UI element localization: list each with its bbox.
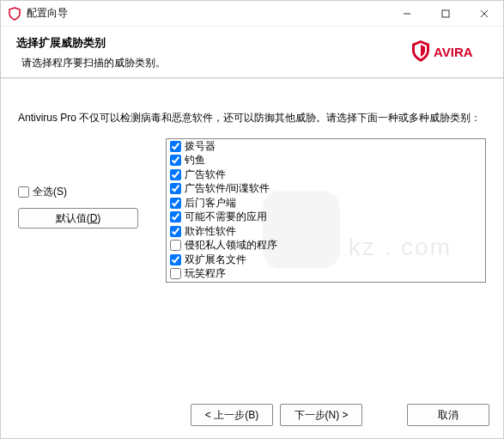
window-controls: [387, 1, 503, 27]
back-button[interactable]: < 上一步(B): [191, 404, 273, 426]
threat-item[interactable]: 后门客户端: [167, 196, 485, 210]
cancel-button[interactable]: 取消: [407, 404, 489, 426]
wizard-header: 选择扩展威胁类别 请选择程序要扫描的威胁类别。 AVIRA: [1, 27, 503, 77]
threat-item[interactable]: 玩笑程序: [167, 267, 485, 282]
threat-item-checkbox[interactable]: [170, 240, 181, 251]
svg-rect-1: [442, 10, 449, 17]
threat-item-label: 玩笑程序: [185, 266, 226, 281]
threat-item-checkbox[interactable]: [170, 211, 181, 223]
threat-item-label: 可能不需要的应用: [185, 210, 267, 224]
avira-logo: AVIRA: [410, 39, 488, 67]
select-all-checkbox[interactable]: 全选(S): [18, 185, 152, 199]
threat-item-label: 欺诈性软件: [185, 224, 236, 239]
threat-item-checkbox[interactable]: [170, 268, 181, 279]
app-icon: [8, 7, 21, 21]
threat-item-label: 侵犯私人领域的程序: [185, 238, 277, 253]
select-all-label: 全选(S): [33, 185, 67, 199]
threat-category-list[interactable]: 拨号器钓鱼广告软件广告软件/间谍软件后门客户端可能不需要的应用欺诈性软件侵犯私人…: [166, 138, 486, 283]
threat-item[interactable]: 侵犯私人领域的程序: [167, 239, 485, 253]
threat-item[interactable]: 双扩展名文件: [167, 253, 485, 267]
threat-item[interactable]: 钓鱼: [167, 154, 485, 168]
threat-item-checkbox[interactable]: [170, 226, 181, 237]
threat-item[interactable]: 欺诈性软件: [167, 224, 485, 239]
maximize-button[interactable]: [426, 1, 465, 27]
threat-item-checkbox[interactable]: [170, 155, 181, 166]
svg-text:AVIRA: AVIRA: [434, 45, 473, 59]
threat-item-checkbox[interactable]: [170, 198, 181, 209]
wizard-footer: < 上一步(B) 下一步(N) > 取消: [1, 392, 503, 438]
threat-item[interactable]: 广告软件/间谍软件: [167, 182, 485, 197]
select-all-input[interactable]: [18, 186, 29, 198]
intro-text: Antivirus Pro 不仅可以检测病毒和恶意软件，还可以防御其他威胁。请选…: [18, 110, 486, 126]
close-button[interactable]: [465, 1, 503, 27]
threat-item-label: 拨号器: [185, 139, 216, 154]
threat-item[interactable]: 可能不需要的应用: [167, 210, 485, 225]
wizard-content: kz . com Antivirus Pro 不仅可以检测病毒和恶意软件，还可以…: [1, 79, 503, 392]
threat-item-checkbox[interactable]: [170, 183, 181, 194]
next-button[interactable]: 下一步(N) >: [280, 404, 362, 426]
threat-item-label: 双扩展名文件: [185, 253, 246, 267]
window-title: 配置向导: [27, 6, 387, 21]
threat-item-label: 广告软件/间谍软件: [185, 181, 270, 196]
left-controls: 全选(S) 默认值(D): [18, 138, 152, 283]
titlebar: 配置向导: [1, 1, 503, 27]
threat-item[interactable]: 广告软件: [167, 168, 485, 182]
page-subtitle: 请选择程序要扫描的威胁类别。: [21, 56, 410, 70]
minimize-button[interactable]: [387, 1, 426, 27]
threat-item[interactable]: 拨号器: [167, 139, 485, 154]
page-title: 选择扩展威胁类别: [16, 35, 410, 51]
threat-item-checkbox[interactable]: [170, 141, 181, 152]
threat-item-label: 后门客户端: [185, 196, 236, 210]
threat-item-checkbox[interactable]: [170, 254, 181, 265]
default-values-button[interactable]: 默认值(D): [18, 208, 138, 229]
threat-item-checkbox[interactable]: [170, 169, 181, 180]
threat-item-label: 广告软件: [185, 168, 226, 182]
threat-item-label: 钓鱼: [185, 153, 205, 168]
